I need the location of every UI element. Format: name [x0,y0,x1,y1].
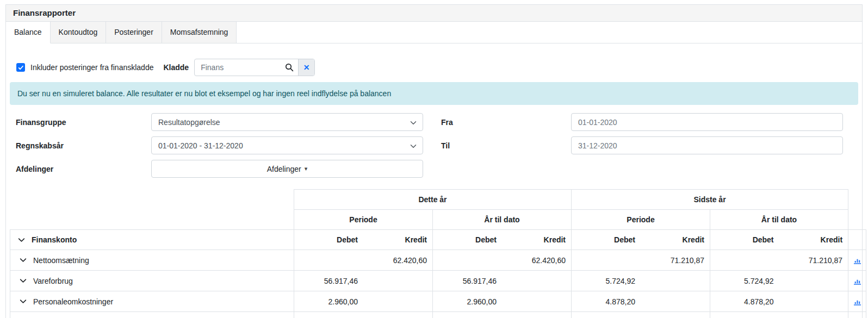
account-cell: Nettoomsætning [10,250,294,271]
page-title: Finansrapporter [6,5,862,22]
amount-pair-cell: 2.960,00 [294,291,433,312]
kladde-search-input[interactable] [195,59,298,76]
amount-pair-cell: 2.960,00 [433,291,572,312]
til-date-value: 31-12-2020 [578,141,617,150]
debet-kredit-header-cell: DebetKredit [433,230,572,250]
column-header-row: Finanskonto DebetKredit DebetKredit Debe… [10,230,866,250]
account-name: Nettoomsætning [33,256,89,265]
aar-til-dato-header: År til dato [710,210,848,230]
bar-chart-icon[interactable] [853,278,861,285]
afdelinger-dropdown-button[interactable]: Afdelinger ▾ [151,160,423,178]
bar-chart-icon[interactable] [853,257,861,264]
finance-reports-card: Finansrapporter Balance Kontoudtog Poste… [5,4,863,318]
amount-pair-cell [710,312,848,318]
empty-corner-cell [10,210,294,230]
debet-value: 2.960,00 [433,297,502,306]
chart-icon-cell [848,271,866,291]
check-icon [18,65,24,71]
report-body: Inkluder posteringer fra finanskladde Kl… [6,59,862,318]
kredit-value: 71.210,87 [641,256,710,265]
til-date-input[interactable]: 31-12-2020 [571,136,843,154]
regnskabsaar-label: Regnskabsår [10,141,151,150]
bar-chart-icon[interactable] [853,298,861,305]
amount-pair-cell: 5.724,92 [710,271,848,291]
filter-form: Finansgruppe Resultatopgørelse Fra 01-01… [10,113,858,178]
amount-pair-cell: 71.210,87 [710,250,848,271]
expand-row-chevron-icon[interactable] [20,298,27,305]
debet-kredit-header-cell: DebetKredit [294,230,433,250]
amount-pair-cell: 5.724,92 [572,271,710,291]
finansgruppe-label: Finansgruppe [10,118,151,127]
balance-table-wrap: Dette år Sidste år Periode År til dato P… [10,189,858,318]
account-cell: Personaleomkostninger [10,291,294,312]
amount-pair-cell [433,312,572,318]
icon-header-cell [848,230,866,250]
include-journal-label: Inkluder posteringer fra finanskladde [30,63,153,72]
tab-posteringer[interactable]: Posteringer [106,22,162,43]
debet-value: 56.917,46 [294,277,363,285]
finansgruppe-selected-value: Resultatopgørelse [158,118,220,127]
chart-icon-cell [848,250,866,271]
kladde-label: Kladde [163,63,189,72]
finansgruppe-select[interactable]: Resultatopgørelse [151,113,423,131]
amount-pair-cell: 71.210,87 [572,250,710,271]
collapse-all-chevron-icon[interactable] [18,236,25,244]
expand-row-chevron-icon[interactable] [20,257,27,264]
kredit-value [502,297,571,306]
clear-icon: ✕ [303,63,310,72]
period-header-row: Periode År til dato Periode År til dato [10,210,866,230]
year-group-header-row: Dette år Sidste år [10,190,866,210]
account-name: Vareforbrug [33,277,73,285]
afdelinger-button-label: Afdelinger [267,165,301,173]
clear-search-button[interactable]: ✕ [298,59,314,76]
search-icon[interactable] [285,63,294,73]
debet-value: 56.917,46 [433,277,502,285]
fra-date-value: 01-01-2020 [578,118,617,127]
tab-momsafstemning[interactable]: Momsafstemning [162,22,237,43]
debet-header: Debet [433,235,502,244]
fra-date-input[interactable]: 01-01-2020 [571,113,843,131]
tab-balance[interactable]: Balance [6,22,51,43]
kredit-value [779,297,848,306]
debet-kredit-header-cell: DebetKredit [572,230,710,250]
caret-down-icon: ▾ [305,165,308,172]
regnskabsaar-select[interactable]: 01-01-2020 - 31-12-2020 [151,136,423,154]
amount-pair-cell: 62.420,60 [294,250,433,271]
include-journal-checkbox[interactable] [16,63,25,72]
debet-value [572,256,641,265]
debet-kredit-header-cell: DebetKredit [710,230,848,250]
chevron-down-icon [410,142,417,151]
kredit-value [641,297,710,306]
chart-icon-cell [848,291,866,312]
kredit-header: Kredit [502,235,571,244]
kredit-value [779,277,848,285]
kredit-value [641,277,710,285]
debet-value: 2.960,00 [294,297,363,306]
tab-kontoudtog[interactable]: Kontoudtog [51,22,107,43]
sidste-aar-header: Sidste år [572,190,848,210]
dette-aar-header: Dette år [294,190,572,210]
tab-bar-filler [237,22,862,43]
account-cell [10,312,294,318]
kredit-value [502,277,571,285]
chart-icon-cell [848,312,866,318]
filter-controls-row: Inkluder posteringer fra finanskladde Kl… [16,59,858,76]
table-row-partial [10,312,866,318]
empty-corner-cell [10,190,294,210]
debet-header: Debet [572,235,641,244]
finanskonto-header: Finanskonto [32,235,77,244]
account-cell: Vareforbrug [10,271,294,291]
afdelinger-label: Afdelinger [10,165,151,173]
amount-pair-cell [294,312,433,318]
empty-corner-cell [848,210,866,230]
debet-value: 4.878,20 [572,297,641,306]
finanskonto-header-cell: Finanskonto [10,230,294,250]
amount-pair-cell [572,312,710,318]
tab-bar: Balance Kontoudtog Posteringer Momsafste… [6,22,862,43]
kredit-value: 62.420,60 [502,256,571,265]
expand-row-chevron-icon[interactable] [20,277,27,284]
table-row-personaleomkostninger: Personaleomkostninger 2.960,00 2.960,00 … [10,291,866,312]
table-row-vareforbrug: Vareforbrug 56.917,46 56.917,46 5.724,92… [10,271,866,291]
kladde-search-group: ✕ [194,59,315,76]
debet-header: Debet [294,235,363,244]
